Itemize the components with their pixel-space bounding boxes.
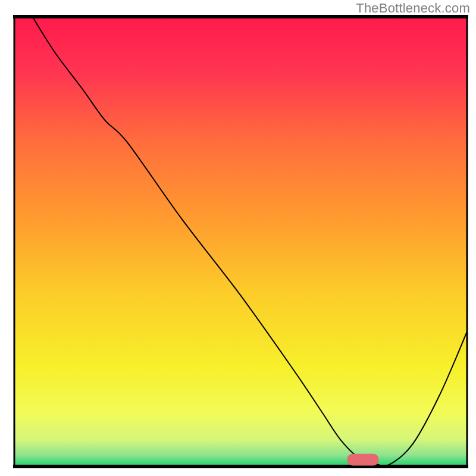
bottleneck-chart-svg (0, 0, 476, 476)
watermark-text: TheBottleneck.com (356, 0, 470, 17)
optimal-marker-pill (347, 454, 378, 466)
plot-background (14, 17, 467, 466)
chart-container: TheBottleneck.com (0, 0, 476, 476)
